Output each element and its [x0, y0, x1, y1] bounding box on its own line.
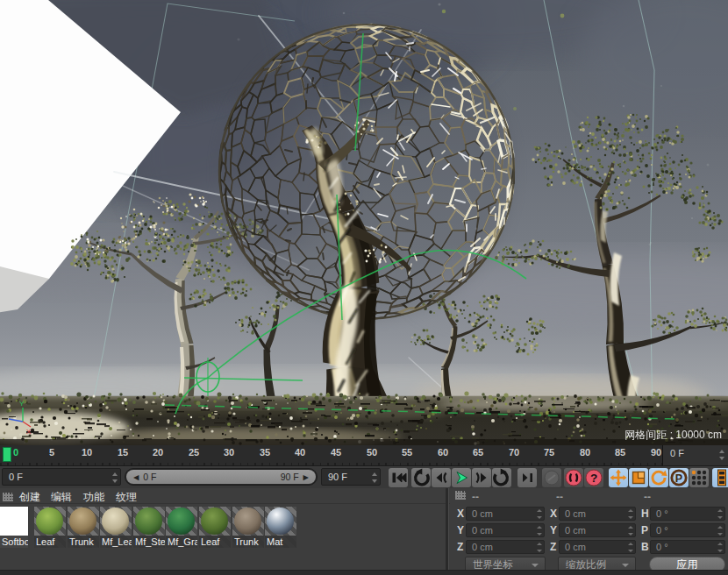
svg-text:Y: Y	[19, 400, 25, 408]
svg-text:X: X	[26, 428, 32, 436]
svg-text:P: P	[675, 472, 682, 485]
svg-text:网格间距 : 10000 cm: 网格间距 : 10000 cm	[625, 429, 722, 441]
svg-text:?: ?	[590, 472, 597, 485]
